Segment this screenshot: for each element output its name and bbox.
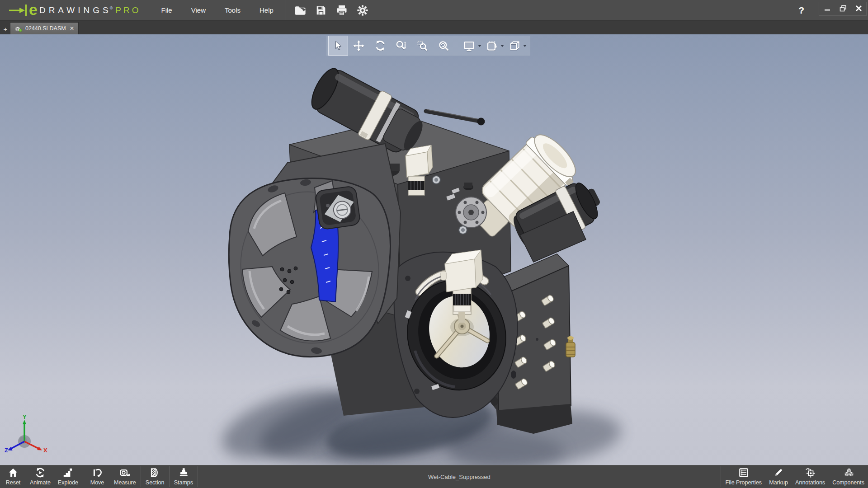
statusbar-separator: [83, 466, 83, 487]
axis-y-label: Y: [23, 414, 27, 420]
markup-button[interactable]: Markup: [765, 465, 792, 488]
save-icon: [315, 4, 327, 17]
assembly-document-icon: [14, 25, 22, 32]
status-text: Wet-Cable_Suppressed: [199, 465, 719, 488]
section-button[interactable]: Section: [142, 465, 168, 488]
menu-file[interactable]: File: [152, 1, 182, 19]
ground-shadow: [214, 360, 624, 465]
explode-icon: [62, 467, 74, 479]
move-button[interactable]: Move: [84, 465, 110, 488]
menu-help[interactable]: Help: [250, 1, 283, 19]
pan-tool-button[interactable]: [348, 36, 369, 56]
cursor-icon: [332, 40, 344, 52]
menu-tools[interactable]: Tools: [215, 1, 250, 19]
restore-button[interactable]: [835, 2, 851, 15]
view-ring: [396, 270, 518, 400]
model-views-dropdown-caret[interactable]: [500, 45, 504, 47]
toolbar-separator: [286, 0, 286, 20]
components-icon: [843, 467, 854, 479]
model-views-button[interactable]: [483, 40, 506, 52]
save-button[interactable]: [311, 0, 331, 20]
close-button[interactable]: [851, 2, 867, 15]
brand-name: DRAWINGS: [39, 5, 112, 15]
components-button[interactable]: Components: [829, 465, 868, 488]
stamps-label: Stamps: [174, 479, 193, 486]
select-tool-button[interactable]: [328, 36, 348, 56]
zoom-area-tool-button[interactable]: [412, 36, 433, 56]
measure-button[interactable]: Measure: [110, 465, 140, 488]
pin-block: [486, 254, 575, 434]
brass-fitting: [566, 336, 575, 357]
brand-registered: ®: [110, 6, 113, 10]
rod: [426, 110, 485, 126]
statusbar-separator: [169, 466, 170, 487]
wheel-housing: [256, 144, 401, 324]
quick-toolbar: [290, 0, 373, 20]
connector-flange: [446, 183, 486, 228]
animate-icon: [34, 467, 46, 479]
options-button[interactable]: [352, 0, 373, 20]
minimize-icon: [824, 5, 830, 12]
components-label: Components: [832, 479, 864, 486]
reset-button[interactable]: Reset: [0, 465, 26, 488]
axis-z-label: Z: [5, 447, 8, 454]
logo-arrow-icon: [8, 4, 28, 17]
titlebar: e DRAWINGS ® PRO File View Tools Help: [0, 0, 868, 20]
orientation-dropdown-caret[interactable]: [523, 45, 527, 47]
statusbar-separator: [141, 466, 141, 487]
move-label: Move: [90, 479, 104, 486]
print-button[interactable]: [331, 0, 352, 20]
minimize-button[interactable]: [819, 2, 835, 15]
tab-close-icon[interactable]: ✕: [70, 25, 74, 32]
menu-view[interactable]: View: [182, 1, 215, 19]
measure-label: Measure: [114, 479, 136, 486]
stamp-icon: [178, 467, 189, 479]
annotations-icon: [804, 467, 816, 479]
stamps-button[interactable]: Stamps: [170, 465, 197, 488]
orientation-button[interactable]: [506, 40, 528, 52]
spoke-handle: [437, 294, 487, 356]
file-properties-icon: [738, 467, 750, 479]
zoom-tool-button[interactable]: [391, 36, 412, 56]
magnifier-fit-icon: [438, 40, 450, 52]
views-notebook-icon: [486, 40, 498, 52]
open-file-icon: [293, 4, 307, 17]
tab-02440-sldasm[interactable]: 02440.SLDASM ✕: [10, 22, 79, 34]
explode-button[interactable]: Explode: [54, 465, 82, 488]
file-properties-button[interactable]: File Properties: [722, 465, 766, 488]
monitor-icon: [463, 40, 475, 52]
section-label: Section: [146, 479, 165, 486]
model-viewport[interactable]: Y X Z: [0, 34, 868, 465]
wireframe-cube-icon: [508, 40, 520, 52]
cad-model-render: [0, 34, 868, 465]
rotate-tool-button[interactable]: [369, 36, 391, 56]
axis-x-label: X: [43, 447, 47, 454]
zoom-fit-tool-button[interactable]: [433, 36, 454, 56]
magnifier-area-icon: [416, 40, 429, 52]
statusbar-separator: [198, 466, 198, 487]
brand-tier: PRO: [115, 5, 141, 15]
pan-arrows-icon: [353, 40, 365, 52]
display-mode-dropdown-caret[interactable]: [478, 45, 481, 47]
titlebar-right: ?: [788, 2, 868, 19]
restore-icon: [840, 5, 847, 12]
motor-assembly: [305, 62, 430, 161]
light-housing-cylinder: [461, 127, 585, 249]
window-controls: [819, 2, 867, 15]
motor-bracket: [520, 211, 586, 262]
bottom-toolbar: Reset Animate Explode: [0, 465, 868, 488]
move-component-icon: [91, 467, 103, 479]
document-tabbar: + 02440.SLDASM ✕: [0, 20, 868, 34]
help-button[interactable]: ?: [788, 5, 814, 16]
right-motor: [508, 174, 608, 256]
measure-tape-icon: [119, 467, 131, 479]
animate-button[interactable]: Animate: [26, 465, 54, 488]
annotations-button[interactable]: Annotations: [792, 465, 829, 488]
open-button[interactable]: [290, 0, 311, 20]
new-tab-button[interactable]: +: [2, 25, 9, 33]
edrawings-window: e DRAWINGS ® PRO File View Tools Help: [0, 0, 868, 488]
ring-housing: [394, 252, 517, 418]
markup-pencil-icon: [773, 467, 784, 479]
magnifier-updown-icon: [395, 40, 407, 52]
display-mode-button[interactable]: [461, 40, 483, 52]
